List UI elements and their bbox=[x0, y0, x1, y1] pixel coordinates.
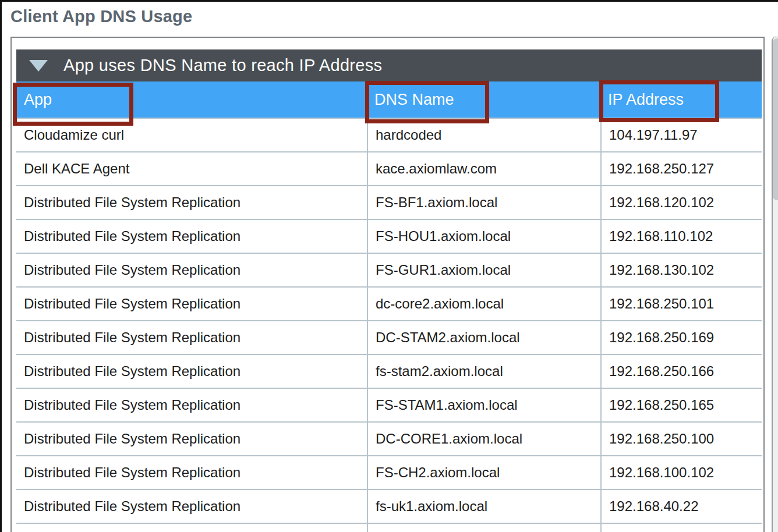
table-row[interactable]: Distributed File System Replication FS-B… bbox=[16, 186, 762, 220]
cell-dns-name: DC-STAM2.axiom.local bbox=[367, 321, 600, 354]
table-row[interactable]: Distributed File System Replication DC-C… bbox=[16, 423, 762, 456]
screen: Client App DNS Usage App uses DNS Name t… bbox=[0, 0, 778, 532]
table-row[interactable]: Distributed File System Replication fs-s… bbox=[16, 355, 762, 389]
table-row[interactable]: Distributed File System Replication FS-G… bbox=[16, 254, 762, 288]
cell-app: Distributed File System Replication bbox=[16, 490, 367, 523]
table-row[interactable]: Distributed File System Replication FS-C… bbox=[16, 456, 762, 490]
scrollbar-thumb[interactable] bbox=[773, 38, 778, 200]
cell-app: Dell KACE Agent bbox=[16, 152, 367, 185]
table-row[interactable]: Distributed File System Replication FS-S… bbox=[16, 389, 762, 423]
cell-ip-address: 192.168.250.165 bbox=[600, 389, 762, 421]
table-row-partial bbox=[16, 524, 762, 532]
cell-dns-name: FS-CH2.axiom.local bbox=[367, 456, 600, 489]
cell-ip-address: 192.168.110.102 bbox=[600, 220, 762, 253]
table-row[interactable]: Distributed File System Replication FS-H… bbox=[16, 220, 762, 254]
cell-dns-name: kace.axiomlaw.com bbox=[367, 152, 600, 185]
cell-app: Distributed File System Replication bbox=[16, 186, 367, 219]
cell-dns-name: DC-CORE1.axiom.local bbox=[367, 423, 600, 455]
cell-ip-address: 192.168.250.127 bbox=[600, 152, 762, 185]
cell-ip-address bbox=[600, 524, 762, 532]
vertical-scrollbar[interactable] bbox=[772, 36, 778, 532]
table-row[interactable]: Dell KACE Agent kace.axiomlaw.com 192.16… bbox=[16, 152, 762, 186]
cell-app: Distributed File System Replication bbox=[16, 288, 367, 320]
table-row[interactable]: Distributed File System Replication fs-u… bbox=[16, 490, 762, 524]
cell-app: Distributed File System Replication bbox=[16, 254, 367, 286]
cell-app: Distributed File System Replication bbox=[16, 220, 367, 253]
cell-app: Distributed File System Replication bbox=[16, 355, 367, 388]
cell-ip-address: 192.168.130.102 bbox=[600, 254, 762, 286]
cell-app: Distributed File System Replication bbox=[16, 389, 367, 421]
cell-dns-name: hardcoded bbox=[367, 119, 600, 151]
triangle-down-icon[interactable] bbox=[29, 60, 48, 72]
cell-app bbox=[16, 524, 367, 532]
panel-title: App uses DNS Name to reach IP Address bbox=[63, 56, 382, 75]
cell-dns-name: FS-STAM1.axiom.local bbox=[367, 389, 600, 421]
cell-dns-name bbox=[367, 524, 600, 532]
cell-ip-address: 192.168.40.22 bbox=[600, 490, 762, 523]
cell-dns-name: dc-core2.axiom.local bbox=[367, 288, 600, 320]
cell-app: Distributed File System Replication bbox=[16, 321, 367, 354]
cell-ip-address: 104.197.11.97 bbox=[600, 119, 762, 151]
annotation-box-app-header bbox=[13, 83, 133, 126]
cell-ip-address: 192.168.100.102 bbox=[600, 456, 762, 489]
cell-app: Distributed File System Replication bbox=[16, 456, 367, 489]
cell-ip-address: 192.168.120.102 bbox=[600, 186, 762, 219]
cell-dns-name: FS-GUR1.axiom.local bbox=[367, 254, 600, 286]
panel-header[interactable]: App uses DNS Name to reach IP Address bbox=[16, 49, 762, 81]
table-row[interactable]: Distributed File System Replication dc-c… bbox=[16, 288, 762, 321]
cell-dns-name: FS-BF1.axiom.local bbox=[367, 186, 600, 219]
cell-ip-address: 192.168.250.100 bbox=[600, 423, 762, 455]
cell-ip-address: 192.168.250.101 bbox=[600, 288, 762, 320]
annotation-box-ip-address-header bbox=[599, 80, 719, 122]
cell-app: Distributed File System Replication bbox=[16, 423, 367, 455]
cell-dns-name: fs-uk1.axiom.local bbox=[367, 490, 600, 523]
page-title: Client App DNS Usage bbox=[10, 7, 192, 26]
cell-dns-name: fs-stam2.axiom.local bbox=[367, 355, 600, 388]
table-body: Cloudamize curl hardcoded 104.197.11.97 … bbox=[16, 119, 762, 532]
annotation-box-dns-name-header bbox=[365, 81, 489, 123]
table-row[interactable]: Distributed File System Replication DC-S… bbox=[16, 321, 762, 355]
cell-ip-address: 192.168.250.166 bbox=[600, 355, 762, 388]
cell-ip-address: 192.168.250.169 bbox=[600, 321, 762, 354]
cell-dns-name: FS-HOU1.axiom.local bbox=[367, 220, 600, 253]
